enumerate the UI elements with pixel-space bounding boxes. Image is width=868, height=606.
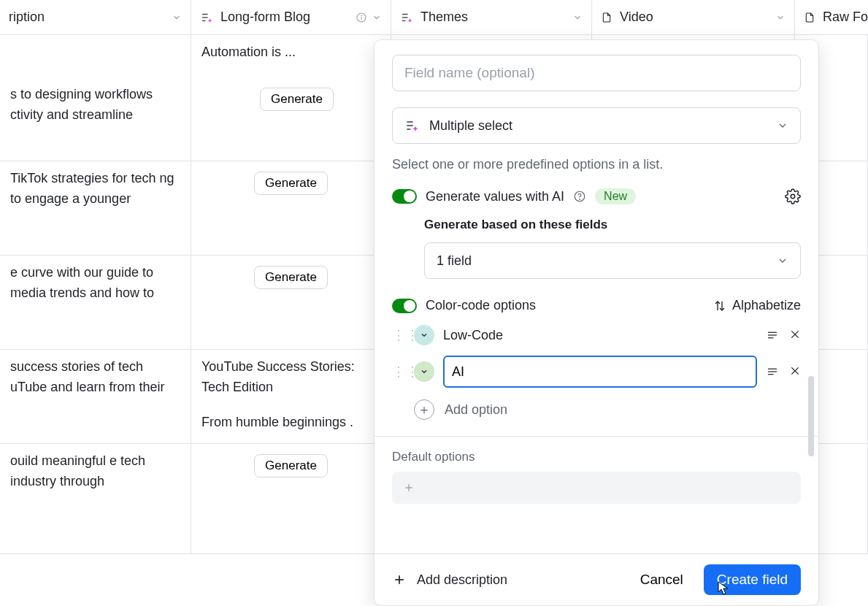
column-label: Video <box>620 9 653 25</box>
expand-option-icon[interactable] <box>766 329 779 342</box>
create-field-popover: Multiple select Select one or more prede… <box>374 39 819 606</box>
info-icon[interactable] <box>356 12 367 23</box>
help-icon[interactable] <box>573 190 586 203</box>
cell-text: success stories of tech uTube and learn … <box>10 357 180 398</box>
default-options-label: Default options <box>392 450 801 464</box>
cell-text: Automation is ... <box>201 42 296 63</box>
generate-button[interactable]: Generate <box>260 88 334 111</box>
remove-option-icon[interactable] <box>789 329 801 342</box>
option-color-chip[interactable] <box>414 325 434 345</box>
options-list: ⋮⋮ Low-Code ⋮⋮ <box>392 325 801 388</box>
option-color-chip[interactable] <box>414 361 434 382</box>
generate-button[interactable]: Generate <box>254 172 328 195</box>
ai-toggle-label: Generate values with AI <box>426 189 564 204</box>
popover-body: Multiple select Select one or more prede… <box>375 40 818 553</box>
document-icon <box>601 11 612 24</box>
column-header-longform-blog[interactable]: Long-form Blog <box>191 0 391 34</box>
column-header-description[interactable]: ription <box>0 0 191 34</box>
helper-text: Select one or more predefined options in… <box>392 157 801 172</box>
alphabetize-label: Alphabetize <box>732 298 801 313</box>
alphabetize-button[interactable]: Alphabetize <box>713 298 801 313</box>
divider <box>375 436 818 437</box>
new-badge: New <box>595 188 636 204</box>
column-header-raw[interactable]: Raw Fo <box>795 0 868 34</box>
based-on-fields-select[interactable]: 1 field <box>424 242 801 279</box>
cell-description[interactable]: ouild meaningful e tech industry through <box>0 444 191 553</box>
cell-description[interactable]: s to designing workflows ctivity and str… <box>0 35 191 161</box>
svg-point-5 <box>361 15 362 16</box>
remove-option-icon[interactable] <box>789 365 801 378</box>
sort-icon <box>713 299 726 312</box>
chevron-down-icon[interactable] <box>172 12 182 23</box>
generate-button[interactable]: Generate <box>254 266 328 289</box>
option-row: ⋮⋮ <box>392 356 801 388</box>
option-row: ⋮⋮ Low-Code <box>392 325 801 345</box>
chevron-down-icon[interactable] <box>372 12 382 23</box>
add-option-label: Add option <box>445 402 507 418</box>
popover-footer: Add description Cancel Create field <box>375 553 818 605</box>
svg-point-14 <box>791 194 795 199</box>
multiselect-icon <box>404 118 419 133</box>
chevron-down-icon <box>777 120 788 131</box>
cell-text: YouTube Success Stories: Tech Edition <box>201 357 380 398</box>
field-name-input[interactable] <box>392 55 801 91</box>
cell-blog[interactable]: Generate <box>191 256 391 349</box>
option-label[interactable]: Low-Code <box>443 328 757 343</box>
cell-description[interactable]: TikTok strategies for tech ng to engage … <box>0 161 191 255</box>
sparkle-icon <box>400 11 413 24</box>
cell-description[interactable]: e curve with our guide to media trends a… <box>0 256 191 349</box>
cell-text: e curve with our guide to media trends a… <box>10 263 180 304</box>
ai-generate-toggle[interactable] <box>392 189 417 204</box>
column-header-themes[interactable]: Themes <box>391 0 592 34</box>
svg-point-13 <box>580 199 580 199</box>
chevron-down-icon[interactable] <box>775 12 786 23</box>
cell-blog[interactable]: Automation is ... Generate <box>191 35 391 161</box>
add-option-button[interactable]: ＋ Add option <box>392 399 801 420</box>
plus-icon <box>399 478 418 497</box>
column-label: Long-form Blog <box>220 9 310 25</box>
column-label: ription <box>9 9 45 25</box>
column-label: Themes <box>420 9 468 25</box>
grid-header-row: ription Long-form Blog <box>0 0 868 35</box>
default-options-input[interactable] <box>392 472 801 504</box>
cell-description[interactable]: success stories of tech uTube and learn … <box>0 350 191 443</box>
generate-button[interactable]: Generate <box>254 454 328 477</box>
column-header-video[interactable]: Video <box>592 0 795 34</box>
cell-text: s to designing workflows ctivity and str… <box>10 85 180 126</box>
cell-text: ouild meaningful e tech industry through <box>10 451 180 492</box>
chevron-down-icon[interactable] <box>572 12 583 23</box>
option-name-input[interactable] <box>443 356 757 388</box>
expand-option-icon[interactable] <box>766 365 779 378</box>
drag-handle-icon[interactable]: ⋮⋮ <box>392 327 405 343</box>
cell-blog[interactable]: Generate <box>191 444 391 553</box>
gear-icon[interactable] <box>785 188 801 204</box>
field-type-select[interactable]: Multiple select <box>392 107 801 144</box>
document-icon <box>804 11 815 24</box>
column-label: Raw Fo <box>823 9 868 25</box>
sparkle-icon <box>200 11 213 24</box>
cell-blog[interactable]: YouTube Success Stories: Tech Edition Fr… <box>191 350 391 443</box>
chevron-down-icon <box>777 255 788 266</box>
add-description-label: Add description <box>417 572 507 588</box>
drag-handle-icon[interactable]: ⋮⋮ <box>392 364 405 380</box>
cancel-button[interactable]: Cancel <box>640 572 683 588</box>
create-field-button[interactable]: Create field <box>704 564 801 595</box>
color-code-toggle[interactable] <box>392 299 417 313</box>
color-code-label: Color-code options <box>426 298 536 313</box>
cell-text: TikTok strategies for tech ng to engage … <box>10 169 180 210</box>
chevron-down-icon <box>420 367 429 376</box>
add-description-button[interactable]: Add description <box>392 572 507 588</box>
plus-icon <box>392 572 407 587</box>
plus-circle-icon: ＋ <box>414 399 434 420</box>
cell-text: From humble beginnings . <box>201 413 353 433</box>
cell-blog[interactable]: Generate <box>191 161 391 255</box>
based-on-label: Generate based on these fields <box>424 218 801 232</box>
fields-selected-value: 1 field <box>437 253 472 269</box>
field-type-label: Multiple select <box>429 118 512 134</box>
chevron-down-icon <box>420 331 429 340</box>
